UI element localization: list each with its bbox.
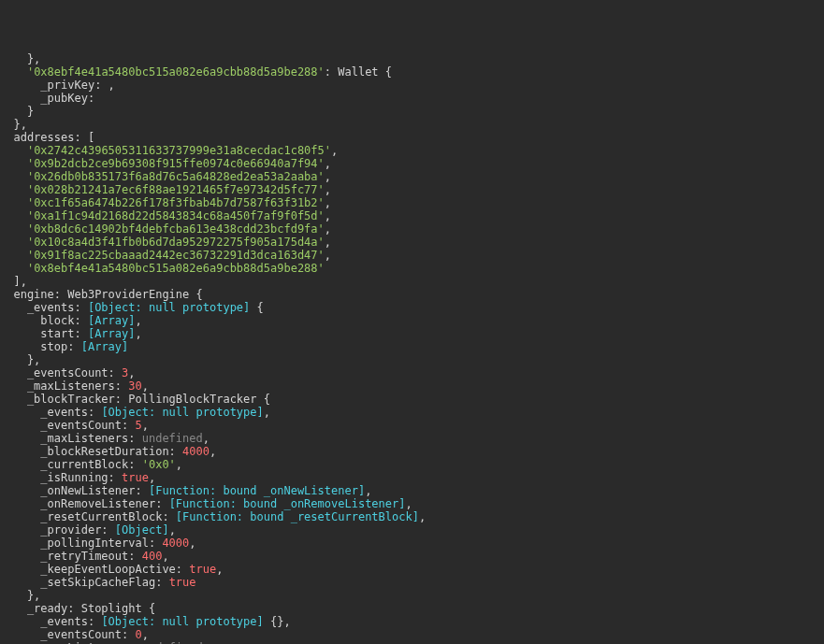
code-output: }, '0x8ebf4e41a5480bc515a082e6a9cbb88d5a… [0,52,824,644]
